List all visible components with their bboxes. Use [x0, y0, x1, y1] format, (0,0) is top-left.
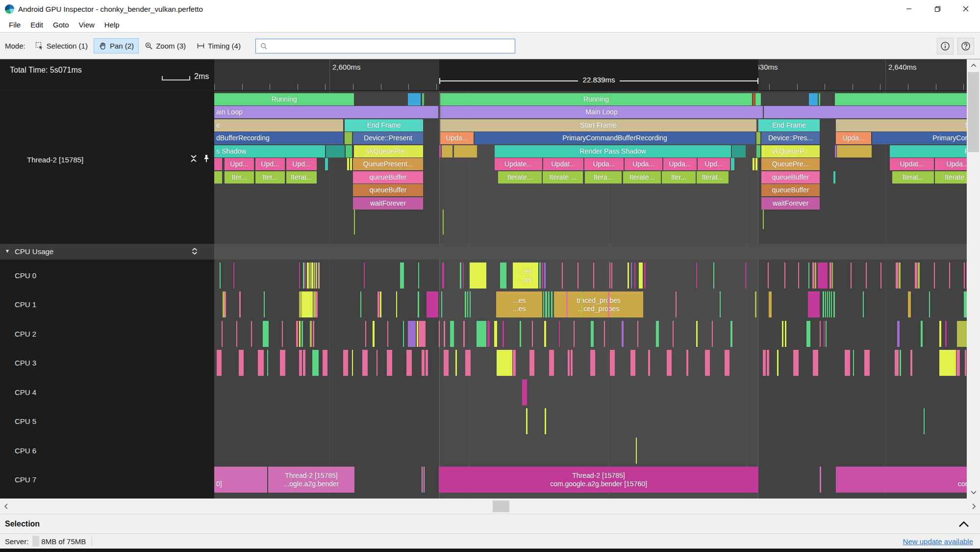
cpu-slice[interactable] [648, 350, 650, 376]
cpu-slice[interactable] [387, 350, 392, 376]
trace-slice[interactable]: vkQueuePre... [354, 145, 423, 158]
menu-item-edit[interactable]: Edit [25, 19, 48, 31]
trace-slice[interactable] [422, 93, 424, 105]
cpu-slice[interactable]: Thread-2 [15785] com.google.a2g.bender [… [836, 467, 967, 493]
cpu-slice[interactable] [793, 350, 799, 376]
cpu-slice[interactable] [713, 263, 714, 289]
cpu-slice[interactable] [497, 350, 512, 376]
cpu-slice[interactable] [820, 321, 821, 347]
cpu-slice[interactable] [513, 350, 516, 376]
scroll-left-icon[interactable] [1, 499, 11, 514]
cpu-slice[interactable] [282, 321, 283, 347]
cpu-slice[interactable] [939, 321, 941, 347]
cpu-slice[interactable] [549, 350, 554, 376]
scroll-up-icon[interactable] [967, 60, 980, 70]
cpu-slice[interactable] [910, 350, 912, 376]
cpu-slice[interactable] [924, 408, 925, 434]
cpu-slice[interactable] [380, 291, 381, 317]
cpu-slice[interactable] [562, 263, 563, 289]
cpu-slice[interactable] [233, 263, 234, 289]
trace-slice[interactable] [454, 145, 477, 158]
cpu-slice[interactable] [311, 263, 313, 289]
cpu-slice[interactable] [450, 321, 454, 347]
trace-slice[interactable]: Iterate... [935, 171, 967, 184]
cpu-slice[interactable] [352, 350, 353, 376]
cpu-usage-section-header[interactable]: ▼ CPU Usage [0, 244, 967, 260]
trace-slice[interactable]: queueBuffer [761, 171, 820, 184]
cpu-slice[interactable] [611, 263, 612, 289]
cpu-slice[interactable] [222, 321, 223, 347]
cpu-slice[interactable] [578, 263, 578, 289]
trace-slice[interactable]: Running [214, 93, 354, 105]
cpu-slice[interactable] [251, 321, 252, 347]
cpu-slice[interactable] [833, 291, 835, 317]
cpu-slice[interactable]: ...er ...er [513, 263, 538, 289]
cpu-slice[interactable] [500, 263, 506, 289]
cpu-slice[interactable] [767, 350, 769, 376]
cpu-slice[interactable] [934, 263, 935, 289]
cpu-slice[interactable] [422, 467, 423, 493]
cpu-slice[interactable] [673, 321, 674, 347]
cpu-slice[interactable] [568, 350, 570, 376]
cpu-slice[interactable] [939, 350, 956, 376]
trace-slice[interactable] [755, 93, 761, 105]
cpu-slice[interactable] [720, 291, 721, 317]
cpu-slice[interactable] [831, 291, 832, 317]
cpu-slice[interactable] [427, 291, 438, 317]
cpu-slice[interactable] [628, 263, 629, 289]
cpu-slice[interactable] [239, 291, 241, 317]
cpu-slice[interactable] [422, 350, 425, 376]
cpu-slice[interactable] [639, 263, 643, 289]
cpu-slice[interactable] [362, 350, 368, 376]
section-collapse-triangle-icon[interactable]: ▼ [5, 248, 10, 254]
cpu-slice[interactable] [465, 350, 471, 376]
cpu-slice[interactable] [396, 291, 397, 317]
trace-slice[interactable] [732, 145, 746, 158]
trace-slice[interactable] [764, 106, 967, 118]
cpu-slice[interactable] [467, 291, 468, 317]
mode-selection-button[interactable]: Selection (1) [30, 38, 93, 53]
timeline-canvas[interactable]: 2,600ms2,610ms2,620ms2,630ms2,640ms Runn… [214, 59, 967, 499]
menu-item-file[interactable]: File [4, 19, 25, 31]
cpu-slice[interactable] [548, 291, 550, 317]
cpu-slice[interactable] [403, 321, 404, 347]
cpu-slice[interactable] [929, 291, 930, 317]
cpu-slice[interactable] [824, 321, 825, 347]
help-button[interactable] [957, 38, 974, 54]
cpu-slice[interactable] [532, 321, 533, 347]
panel-collapse-chevron-icon[interactable] [958, 521, 969, 527]
cpu-slice[interactable] [785, 321, 786, 347]
trace-slice[interactable]: Upda... [584, 158, 624, 170]
cpu-slice[interactable] [365, 321, 366, 347]
cpu-slice[interactable] [593, 263, 594, 289]
menu-item-goto[interactable]: Goto [48, 19, 74, 31]
trace-slice[interactable]: Device::Present [353, 132, 423, 144]
trace-slice[interactable]: Upda... [625, 158, 662, 170]
cpu-slice[interactable] [543, 291, 544, 317]
cpu-slice[interactable]: Thread-2 [15785] ...ogle.a2g.bender [268, 467, 354, 493]
trace-slice[interactable]: QueuePre... [761, 158, 820, 170]
trace-slice[interactable]: End Frame [758, 119, 820, 131]
cpu-slice[interactable] [813, 350, 818, 376]
cpu-slice[interactable] [236, 321, 237, 347]
cpu-slice[interactable] [477, 321, 486, 347]
cpu-slice[interactable] [609, 263, 610, 289]
trace-slice[interactable] [325, 158, 328, 170]
cpu-slice[interactable] [364, 263, 365, 289]
trace-slice[interactable]: s Shadow [214, 145, 325, 158]
trace-slice[interactable]: Device::Pres... [761, 132, 820, 144]
cpu-slice[interactable] [303, 350, 305, 376]
cpu-slice[interactable] [730, 321, 732, 347]
trace-slice[interactable]: End Frame [345, 119, 423, 131]
cpu-slice[interactable] [444, 321, 445, 347]
cpu-slice[interactable] [225, 291, 226, 317]
cpu-slice[interactable] [441, 291, 442, 317]
trace-slice[interactable] [809, 93, 818, 105]
cpu-slice[interactable] [864, 350, 870, 376]
trace-slice[interactable]: Itera... [585, 171, 622, 184]
cpu-slice[interactable] [676, 291, 677, 317]
cpu-slice[interactable]: 0] [214, 467, 267, 493]
cpu-slice[interactable] [964, 263, 965, 289]
trace-slice[interactable] [345, 132, 352, 144]
cpu-slice[interactable] [956, 350, 960, 376]
